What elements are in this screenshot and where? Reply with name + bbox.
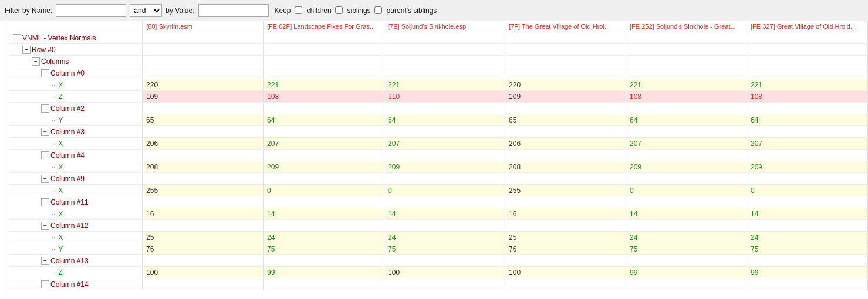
expand-icon[interactable]: − bbox=[41, 69, 49, 77]
tree-cell[interactable]: −Column #0 bbox=[9, 67, 143, 79]
parents-siblings-label: parent's siblings bbox=[387, 6, 437, 15]
value-cell bbox=[505, 67, 626, 79]
children-checkbox[interactable] bbox=[295, 6, 302, 14]
value-cell bbox=[505, 56, 626, 67]
expand-icon[interactable]: − bbox=[32, 57, 40, 66]
table-row: ···X208209209208209209 bbox=[9, 161, 868, 173]
value-cell bbox=[626, 173, 747, 185]
table-row: −Column #13 bbox=[9, 255, 868, 267]
value-cell: 209 bbox=[626, 161, 747, 173]
tree-cell: ···Z bbox=[9, 267, 143, 278]
value-cell bbox=[264, 173, 384, 185]
siblings-checkbox[interactable] bbox=[335, 6, 343, 14]
expand-icon[interactable]: − bbox=[22, 46, 31, 54]
tree-label: Column #13 bbox=[50, 257, 89, 265]
tree-cell[interactable]: −Columns bbox=[9, 56, 143, 67]
table-row: −Column #9 bbox=[9, 173, 868, 185]
value-cell: 206 bbox=[505, 138, 626, 150]
table-row: ···X206207207206207207 bbox=[9, 138, 868, 150]
value-cell: 108 bbox=[747, 91, 868, 103]
value-cell bbox=[143, 220, 264, 232]
table-row: −Column #11 bbox=[9, 196, 868, 208]
value-cell: 24 bbox=[747, 232, 868, 243]
value-cell bbox=[626, 255, 747, 267]
tree-cell[interactable]: −Column #2 bbox=[9, 103, 143, 114]
value-cell bbox=[384, 32, 505, 44]
value-cell bbox=[505, 103, 626, 114]
expand-icon[interactable]: − bbox=[41, 175, 49, 183]
expand-icon[interactable]: − bbox=[41, 222, 49, 230]
table-row: −Column #2 bbox=[9, 103, 868, 114]
table-row: ···X252424252424 bbox=[9, 232, 868, 243]
expand-icon[interactable]: − bbox=[41, 198, 49, 206]
tree-cell[interactable]: −Column #4 bbox=[9, 150, 143, 161]
value-cell: 64 bbox=[264, 114, 384, 126]
value-cell: 100 bbox=[505, 267, 626, 278]
tree-cell[interactable]: −Column #14 bbox=[9, 278, 143, 290]
value-cell bbox=[384, 56, 505, 67]
value-cell bbox=[747, 67, 868, 79]
expand-icon[interactable]: − bbox=[13, 34, 21, 42]
tree-cell[interactable]: −VNML - Vertex Normals bbox=[9, 32, 143, 44]
value-cell bbox=[747, 32, 868, 44]
value-cell bbox=[384, 103, 505, 114]
value-cell: 220 bbox=[505, 79, 626, 91]
col-header-2: [7E] Soljund's Sinkhole.esp bbox=[384, 21, 505, 32]
value-cell: 14 bbox=[626, 208, 747, 220]
value-cell bbox=[264, 220, 384, 232]
value-cell bbox=[264, 255, 384, 267]
tree-cell: ···Z bbox=[9, 91, 143, 103]
value-cell bbox=[626, 278, 747, 290]
expand-icon[interactable]: − bbox=[41, 128, 49, 136]
expand-icon[interactable]: − bbox=[41, 257, 49, 265]
tree-cell[interactable]: −Column #9 bbox=[9, 173, 143, 185]
toolbar: Filter by Name: and or not by Value: Kee… bbox=[0, 0, 868, 21]
tree-label: X bbox=[58, 233, 63, 242]
content-area[interactable]: [00] Skyrim.esm [FE 02F] Landscape Fixes… bbox=[9, 21, 868, 299]
tree-cell[interactable]: −Row #0 bbox=[9, 44, 143, 56]
table-row: −Column #12 bbox=[9, 220, 868, 232]
value-cell: 100 bbox=[143, 267, 264, 278]
table-row: ···Y656464656464 bbox=[9, 114, 868, 126]
value-cell: 16 bbox=[505, 208, 626, 220]
value-cell bbox=[626, 103, 747, 114]
tree-label: X bbox=[58, 186, 63, 195]
keep-label: Keep bbox=[275, 6, 291, 15]
value-cell: 14 bbox=[384, 208, 505, 220]
tree-cell[interactable]: −Column #11 bbox=[9, 196, 143, 208]
expand-icon[interactable]: − bbox=[41, 151, 49, 159]
value-cell bbox=[143, 150, 264, 161]
filter-name-input[interactable] bbox=[56, 4, 126, 17]
filter-value-input[interactable] bbox=[198, 4, 269, 17]
expand-icon[interactable]: − bbox=[41, 104, 49, 113]
value-cell bbox=[143, 67, 264, 79]
leaf-connector: ··· bbox=[52, 269, 57, 276]
value-cell bbox=[384, 196, 505, 208]
value-cell bbox=[505, 32, 626, 44]
parents-siblings-checkbox[interactable] bbox=[374, 6, 382, 14]
table-row: −Column #4 bbox=[9, 150, 868, 161]
value-cell: 207 bbox=[384, 138, 505, 150]
expand-icon[interactable]: − bbox=[41, 280, 49, 288]
value-cell bbox=[626, 44, 747, 56]
value-cell bbox=[505, 220, 626, 232]
col-header-1: [FE 02F] Landscape Fixes For Gras... bbox=[264, 21, 384, 32]
col-header-5: [FE 327] Great Village of Old Hrold... bbox=[747, 21, 868, 32]
value-cell bbox=[264, 44, 384, 56]
value-cell bbox=[626, 150, 747, 161]
value-cell bbox=[384, 220, 505, 232]
children-label: children bbox=[307, 6, 332, 15]
value-cell bbox=[747, 255, 868, 267]
tree-label: X bbox=[58, 140, 63, 148]
value-cell: 208 bbox=[505, 161, 626, 173]
value-cell bbox=[384, 173, 505, 185]
value-cell bbox=[626, 56, 747, 67]
tree-cell[interactable]: −Column #3 bbox=[9, 126, 143, 138]
and-select[interactable]: and or not bbox=[130, 4, 162, 17]
value-cell bbox=[505, 173, 626, 185]
filter-name-label: Filter by Name: bbox=[5, 6, 52, 15]
table-row: −Row #0 bbox=[9, 44, 868, 56]
tree-cell[interactable]: −Column #12 bbox=[9, 220, 143, 232]
tree-cell: ···X bbox=[9, 161, 143, 173]
tree-cell[interactable]: −Column #13 bbox=[9, 255, 143, 267]
